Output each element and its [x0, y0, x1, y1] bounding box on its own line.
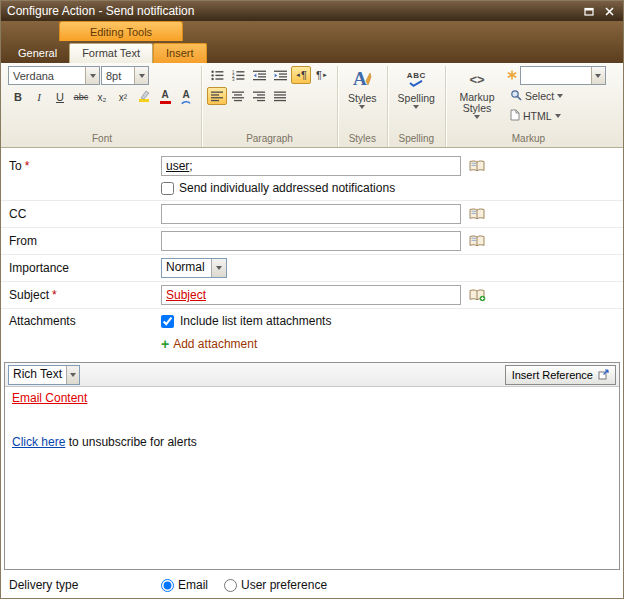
subscript-button[interactable]: x₂ [92, 88, 112, 106]
chevron-down-icon[interactable] [66, 366, 79, 384]
paragraph-group-label: Paragraph [207, 132, 332, 147]
to-value-suffix: ; [189, 159, 192, 173]
add-plus-icon: + [161, 338, 169, 350]
editor-mode-select[interactable]: Rich Text [8, 365, 80, 385]
superscript-button[interactable]: x² [113, 88, 133, 106]
chevron-down-icon[interactable] [211, 259, 226, 277]
individual-notifications-label: Send individually addressed notification… [179, 181, 395, 195]
dialog-title: Configure Action - Send notification [7, 4, 577, 18]
html-page-icon [510, 109, 520, 123]
editing-tools-contextual-tab[interactable]: Editing Tools [59, 21, 183, 41]
tab-insert[interactable]: Insert [153, 43, 207, 63]
strikethrough-button[interactable]: abc [71, 88, 91, 106]
select-label: Select [525, 90, 554, 102]
email-radio[interactable] [161, 579, 174, 592]
numbered-list-button[interactable]: 123 [228, 66, 248, 84]
highlight-color-button[interactable] [134, 88, 154, 106]
close-icon[interactable] [601, 3, 617, 19]
italic-button[interactable]: I [29, 88, 49, 106]
notification-form: To* user ; Send individually addressed n… [1, 148, 623, 598]
include-attachments-label: Include list item attachments [180, 314, 331, 328]
subject-row: Subject* Subject [1, 282, 623, 309]
subject-label: Subject* [9, 288, 161, 302]
required-asterisk: * [52, 288, 57, 302]
email-content-area[interactable]: Email Content Click here to unsubscribe … [5, 387, 619, 569]
address-book-button[interactable] [469, 235, 486, 248]
decrease-indent-icon [253, 70, 266, 81]
ribbon: Verdana 8pt B I U abc x₂ x² [1, 63, 623, 148]
spelling-button[interactable]: ABC Spelling [393, 66, 440, 110]
contextual-row: Editing Tools [1, 21, 623, 41]
insert-reference-icon [598, 369, 609, 380]
font-group-label: Font [8, 132, 196, 147]
tab-general[interactable]: General [6, 44, 69, 63]
decrease-indent-button[interactable] [249, 66, 269, 84]
user-preference-radio[interactable] [224, 579, 237, 592]
markup-styles-button[interactable]: <> Markup Styles [451, 66, 503, 125]
languages-icon [507, 70, 517, 82]
increase-indent-button[interactable] [270, 66, 290, 84]
include-attachments-checkbox[interactable] [161, 315, 174, 328]
chevron-down-icon[interactable] [591, 67, 605, 84]
left-to-right-button[interactable]: ◄¶ [291, 66, 311, 84]
chevron-down-icon[interactable] [85, 67, 99, 84]
increase-indent-icon [274, 70, 287, 81]
underline-button[interactable]: U [50, 88, 70, 106]
highlighter-icon [138, 90, 150, 104]
styles-group: A Styles Styles [337, 66, 387, 147]
justify-icon [274, 91, 286, 102]
maximize-icon[interactable] [581, 3, 597, 19]
bullet-list-button[interactable] [207, 66, 227, 84]
add-attachment-row: + Add attachment [161, 333, 623, 356]
styles-button[interactable]: A Styles [343, 66, 382, 110]
select-button[interactable]: Select [507, 86, 606, 105]
font-size-value: 8pt [102, 70, 134, 82]
address-book-button[interactable] [469, 160, 486, 173]
address-book-button[interactable] [469, 208, 486, 221]
clear-format-icon: A [181, 90, 191, 105]
chevron-down-icon[interactable] [134, 67, 148, 84]
insert-reference-button[interactable]: Insert Reference [505, 365, 616, 385]
insert-reference-book-button[interactable] [469, 289, 486, 302]
subject-input[interactable]: Subject [161, 285, 461, 305]
to-block: To* user ; Send individually addressed n… [1, 153, 623, 201]
chevron-down-icon [474, 115, 480, 119]
individual-notifications-checkbox[interactable] [161, 182, 174, 195]
importance-select[interactable]: Normal [161, 258, 227, 278]
to-input[interactable]: user ; [161, 156, 461, 176]
add-attachment-link[interactable]: Add attachment [173, 337, 257, 351]
delivery-option-user-preference: User preference [224, 578, 327, 592]
right-to-left-button[interactable]: ¶► [312, 66, 332, 84]
subject-value: Subject [166, 288, 206, 302]
cc-row: CC [1, 201, 623, 228]
markup-group-label: Markup [451, 132, 606, 147]
font-color-button[interactable]: A [155, 88, 175, 106]
justify-button[interactable] [270, 87, 290, 105]
align-left-icon [211, 91, 223, 102]
importance-value: Normal [162, 259, 211, 277]
bold-button[interactable]: B [8, 88, 28, 106]
svg-text:3: 3 [232, 77, 235, 81]
spelling-group: ABC Spelling Spelling [387, 66, 445, 147]
cc-input[interactable] [161, 204, 461, 224]
html-button[interactable]: HTML [507, 106, 606, 125]
from-input[interactable] [161, 231, 461, 251]
unsubscribe-link[interactable]: Click here [12, 435, 65, 449]
address-book-icon [469, 235, 486, 248]
font-size-combo[interactable]: 8pt [101, 66, 149, 85]
insert-reference-label: Insert Reference [512, 369, 593, 381]
to-resolved-name: user [166, 159, 189, 173]
align-right-button[interactable] [249, 87, 269, 105]
align-left-button[interactable] [207, 87, 227, 105]
spelling-button-label: Spelling [398, 92, 435, 104]
clear-format-button[interactable]: A [176, 88, 196, 106]
align-center-button[interactable] [228, 87, 248, 105]
markup-combo[interactable] [520, 66, 606, 85]
cc-label: CC [9, 207, 161, 221]
chevron-down-icon [359, 105, 365, 109]
chevron-down-icon [557, 94, 563, 98]
importance-label: Importance [9, 261, 161, 275]
tab-format-text[interactable]: Format Text [69, 43, 153, 63]
paragraph-group: 123 ◄¶ ¶► [201, 66, 337, 147]
font-name-combo[interactable]: Verdana [8, 66, 100, 85]
